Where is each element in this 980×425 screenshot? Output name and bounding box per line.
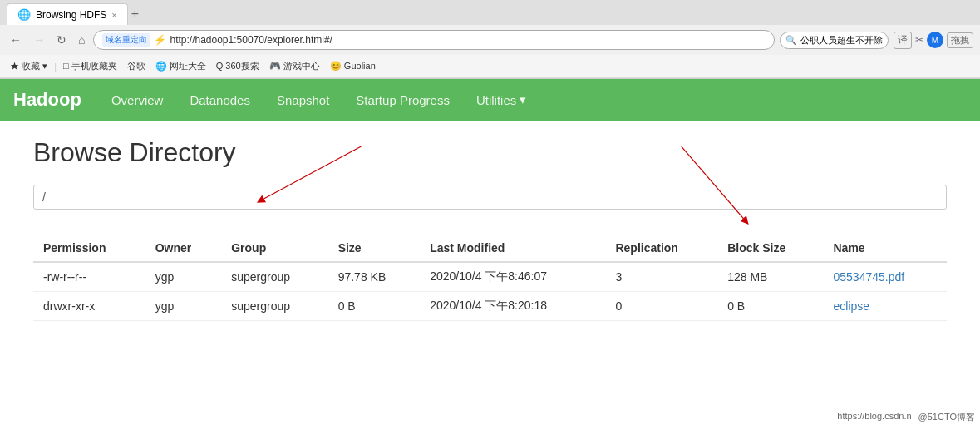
browser-search-box[interactable]: 🔍 公职人员超生不开除 bbox=[780, 32, 889, 49]
toolbar-google[interactable]: 谷歌 bbox=[124, 60, 149, 72]
translate-button[interactable]: 译 bbox=[894, 32, 912, 49]
cell-size: 97.78 KB bbox=[328, 262, 421, 292]
browser-right-buttons: 译 ✂ M 拖拽 bbox=[894, 32, 973, 49]
dir-link[interactable]: eclipse bbox=[833, 299, 869, 313]
new-tab-button[interactable]: + bbox=[131, 7, 139, 22]
cell-permission: drwxr-xr-x bbox=[33, 292, 145, 321]
cell-block-size: 0 B bbox=[717, 292, 823, 321]
col-name: Name bbox=[823, 235, 947, 262]
page-container: Browse Directory Permission Owner Group … bbox=[0, 121, 980, 338]
col-last-modified: Last Modified bbox=[420, 235, 605, 262]
home-button[interactable]: ⌂ bbox=[75, 32, 88, 48]
tools-button[interactable]: ✂ bbox=[915, 34, 923, 46]
hadoop-navbar: Hadoop Overview Datanodes Snapshot Start… bbox=[0, 79, 980, 121]
address-bar[interactable]: 域名重定向 ⚡ http://hadoop1:50070/explorer.ht… bbox=[93, 30, 775, 50]
path-input[interactable] bbox=[33, 185, 947, 210]
nav-utilities[interactable]: Utilities ▾ bbox=[463, 79, 539, 121]
nav-snapshot[interactable]: Snapshot bbox=[263, 79, 342, 121]
forward-button[interactable]: → bbox=[30, 32, 48, 48]
hadoop-nav-items: Overview Datanodes Snapshot Startup Prog… bbox=[98, 79, 539, 121]
col-permission: Permission bbox=[33, 235, 145, 262]
cell-name: eclipse bbox=[823, 292, 947, 321]
cell-group: supergroup bbox=[221, 262, 327, 292]
drag-button[interactable]: 拖拽 bbox=[947, 32, 973, 48]
cell-owner: ygp bbox=[145, 292, 222, 321]
address-bar-row: ← → ↻ ⌂ 域名重定向 ⚡ http://hadoop1:50070/exp… bbox=[0, 25, 980, 55]
cell-group: supergroup bbox=[221, 292, 327, 321]
extension-button[interactable]: M bbox=[927, 32, 943, 48]
nav-utilities-label: Utilities bbox=[476, 93, 516, 107]
col-owner: Owner bbox=[145, 235, 222, 262]
cell-size: 0 B bbox=[328, 292, 421, 321]
toolbar-web-directory[interactable]: 🌐 网址大全 bbox=[152, 60, 209, 72]
browser-chrome: 🌐 Browsing HDFS × + ← → ↻ ⌂ 域名重定向 ⚡ http… bbox=[0, 0, 980, 79]
directory-table: Permission Owner Group Size Last Modifie… bbox=[33, 235, 947, 321]
tab-icon: 🌐 bbox=[17, 8, 31, 21]
page-content: Browse Directory Permission Owner Group … bbox=[0, 121, 980, 338]
hadoop-brand: Hadoop bbox=[13, 89, 81, 111]
bookmarks-toolbar: ★ 收藏 ▾ | □ 手机收藏夹 谷歌 🌐 网址大全 Q 360搜索 🎮 游戏中… bbox=[0, 55, 980, 78]
cell-last-modified: 2020/10/4 下午8:20:18 bbox=[420, 292, 605, 321]
redirect-badge: 域名重定向 bbox=[102, 33, 150, 47]
cell-permission: -rw-r--r-- bbox=[33, 262, 145, 292]
file-link[interactable]: 05534745.pdf bbox=[833, 270, 904, 284]
back-button[interactable]: ← bbox=[7, 32, 25, 48]
cell-name: 05534745.pdf bbox=[823, 262, 947, 292]
nav-datanodes[interactable]: Datanodes bbox=[176, 79, 263, 121]
table-row: drwxr-xr-x ygp supergroup 0 B 2020/10/4 … bbox=[33, 292, 947, 321]
cell-block-size: 128 MB bbox=[717, 262, 823, 292]
toolbar-360search[interactable]: Q 360搜索 bbox=[213, 60, 263, 72]
search-label: 公职人员超生不开除 bbox=[800, 34, 883, 47]
toolbar-game-center[interactable]: 🎮 游戏中心 bbox=[266, 60, 323, 72]
reload-button[interactable]: ↻ bbox=[53, 32, 70, 48]
tab-title: Browsing HDFS bbox=[36, 9, 106, 21]
bookmarks-label[interactable]: ★ 收藏 ▾ bbox=[7, 60, 51, 72]
cell-replication: 0 bbox=[605, 292, 717, 321]
col-group: Group bbox=[221, 235, 327, 262]
col-replication: Replication bbox=[605, 235, 717, 262]
cell-replication: 3 bbox=[605, 262, 717, 292]
table-header-row: Permission Owner Group Size Last Modifie… bbox=[33, 235, 947, 262]
cell-last-modified: 2020/10/4 下午8:46:07 bbox=[420, 262, 605, 292]
page-title: Browse Directory bbox=[33, 137, 947, 168]
nav-overview[interactable]: Overview bbox=[98, 79, 177, 121]
redirect-icon: ⚡ bbox=[154, 34, 166, 46]
tab-bar: 🌐 Browsing HDFS × + bbox=[0, 0, 980, 25]
address-url[interactable]: http://hadoop1:50070/explorer.html#/ bbox=[170, 34, 766, 46]
nav-startup-progress[interactable]: Startup Progress bbox=[342, 79, 463, 121]
tab-close-button[interactable]: × bbox=[111, 10, 116, 20]
toolbar-mobile-bookmarks[interactable]: □ 手机收藏夹 bbox=[60, 60, 121, 72]
col-size: Size bbox=[328, 235, 421, 262]
toolbar-guolian[interactable]: 😊 Guolian bbox=[327, 61, 379, 72]
search-icon: 🔍 bbox=[785, 35, 797, 46]
dropdown-chevron-icon: ▾ bbox=[520, 92, 526, 107]
browser-tab[interactable]: 🌐 Browsing HDFS × bbox=[7, 3, 128, 25]
col-block-size: Block Size bbox=[717, 235, 823, 262]
table-row: -rw-r--r-- ygp supergroup 97.78 KB 2020/… bbox=[33, 262, 947, 292]
cell-owner: ygp bbox=[145, 262, 222, 292]
